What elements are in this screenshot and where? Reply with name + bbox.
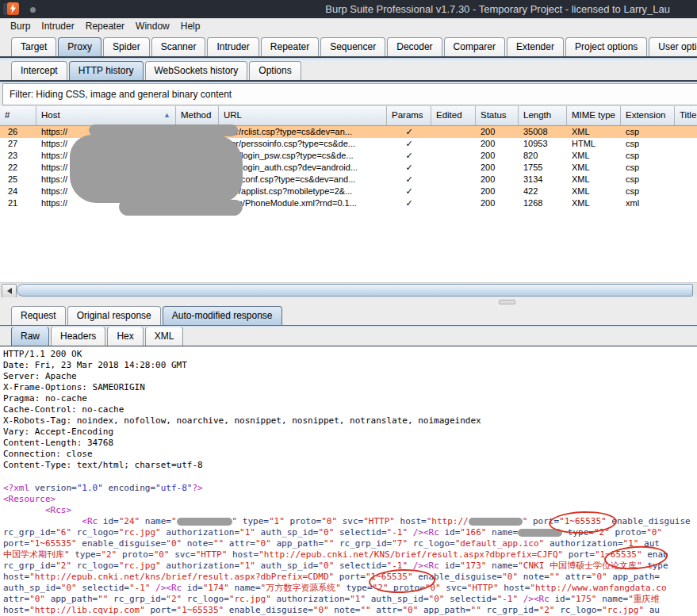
- column-header-host[interactable]: Host▲: [36, 106, 176, 125]
- column-header-[interactable]: #: [0, 106, 36, 125]
- response-xml-line: rc_grp_id="2" rc_logo="rc.jpg" authoriza…: [3, 561, 697, 572]
- cell-params: ✓: [387, 174, 431, 186]
- tab-sequencer[interactable]: Sequencer: [320, 37, 385, 56]
- fmttab-headers[interactable]: Headers: [51, 327, 105, 346]
- scrollbar-thumb[interactable]: [17, 284, 693, 297]
- fmttab-raw[interactable]: Raw: [11, 327, 49, 346]
- column-header-extension[interactable]: Extension: [621, 106, 675, 125]
- resptab-original-response[interactable]: Original response: [67, 306, 161, 325]
- titlebar: Burp Suite Professional v1.7.30 - Tempor…: [0, 0, 697, 18]
- cell-length: 1755: [519, 162, 567, 174]
- column-header-method[interactable]: Method: [176, 106, 219, 125]
- inline-redaction-blob: [177, 518, 232, 526]
- column-header-title[interactable]: Title: [675, 106, 697, 125]
- subtab-http-history[interactable]: HTTP history: [69, 61, 144, 80]
- filter-text: Filter: Hiding CSS, image and general bi…: [10, 89, 232, 100]
- cell-title: [675, 126, 697, 138]
- filter-bar[interactable]: Filter: Hiding CSS, image and general bi…: [2, 83, 697, 105]
- response-format-tab-bar: RawHeadersHexXML: [0, 327, 697, 346]
- pane-splitter[interactable]: [0, 297, 697, 305]
- cell-mime-type: XML: [567, 197, 621, 209]
- cell-: 21: [0, 197, 36, 209]
- cell-length: 820: [519, 150, 567, 162]
- column-header-edited[interactable]: Edited: [431, 106, 476, 125]
- cell-length: 10953: [519, 138, 567, 150]
- response-view-tab-bar: RequestOriginal responseAuto-modified re…: [0, 305, 697, 325]
- resptab-auto-modified-response[interactable]: Auto-modified response: [163, 306, 282, 325]
- main-tab-bar: TargetProxySpiderScannerIntruderRepeater…: [0, 36, 697, 56]
- tab-repeater[interactable]: Repeater: [261, 37, 319, 56]
- cell-title: [675, 162, 697, 174]
- menu-item-help[interactable]: Help: [175, 18, 206, 35]
- column-header-url[interactable]: URL: [219, 106, 387, 125]
- fmttab-xml[interactable]: XML: [145, 327, 184, 346]
- response-header-line: Vary: Accept-Encoding: [3, 427, 697, 438]
- resptab-request[interactable]: Request: [11, 306, 66, 325]
- window-title: Burp Suite Professional v1.7.30 - Tempor…: [325, 3, 697, 15]
- response-header-line: Pragma: no-cache: [3, 393, 697, 404]
- cell-status: 200: [476, 126, 519, 138]
- host-redaction-blob: [165, 200, 174, 207]
- burp-app-icon[interactable]: [7, 2, 19, 15]
- menu-item-intruder[interactable]: Intruder: [36, 18, 79, 35]
- cell-length: 1268: [519, 197, 567, 209]
- scroll-left-button[interactable]: [2, 284, 17, 298]
- cell-status: 200: [476, 197, 519, 209]
- tab-spider[interactable]: Spider: [103, 37, 150, 56]
- tab-intruder[interactable]: Intruder: [207, 37, 259, 56]
- tab-target[interactable]: Target: [11, 37, 56, 56]
- cell-extension: csp: [621, 126, 675, 138]
- cell-status: 200: [476, 138, 519, 150]
- tab-extender[interactable]: Extender: [507, 37, 564, 56]
- burp-suite-window: Burp Suite Professional v1.7.30 - Tempor…: [0, 0, 697, 616]
- table-horizontal-scrollbar[interactable]: [0, 282, 697, 298]
- cell-params: ✓: [387, 186, 431, 197]
- response-header-line: X-Frame-Options: SAMEORIGIN: [3, 382, 697, 393]
- tab-proxy[interactable]: Proxy: [58, 37, 101, 56]
- response-header-line: Cache-Control: no-cache: [3, 404, 697, 415]
- response-xml-line: host="http://epub.cnki.net/kns/brief/res…: [3, 572, 697, 583]
- tab-scanner[interactable]: Scanner: [151, 37, 206, 56]
- cell-length: 422: [519, 186, 567, 197]
- tab-decoder[interactable]: Decoder: [387, 37, 442, 56]
- response-xml-line: rc_grp_id="6" rc_logo="rc.jpg" authoriza…: [3, 527, 697, 538]
- cell-: 23: [0, 150, 36, 162]
- response-body[interactable]: HTTP/1.1 200 OKDate: Fri, 23 Mar 2018 14…: [0, 346, 697, 616]
- cell-extension: csp: [621, 174, 675, 186]
- column-header-status[interactable]: Status: [476, 106, 519, 125]
- menu-item-burp[interactable]: Burp: [5, 18, 36, 35]
- subtab-intercept[interactable]: Intercept: [11, 61, 67, 80]
- cell-title: [675, 186, 697, 197]
- menu-item-repeater[interactable]: Repeater: [80, 18, 130, 35]
- fmttab-hex[interactable]: Hex: [107, 327, 143, 346]
- table-header-row: #Host▲MethodURLParamsEditedStatusLengthM…: [0, 106, 697, 126]
- cell-length: 35008: [519, 126, 567, 138]
- cell-edited: [431, 174, 476, 186]
- cell-extension: csp: [621, 186, 675, 197]
- cell-url: /por/login_auth.csp?dev=android...: [219, 162, 387, 174]
- response-xml-line: port="1~65535" enable_disguise="0" note=…: [3, 538, 697, 549]
- menu-item-window[interactable]: Window: [130, 18, 175, 35]
- column-header-mime-type[interactable]: MIME type: [567, 106, 621, 125]
- response-xml-line: attr="0" app_path="" rc_grp_id="2" rc_lo…: [3, 594, 697, 605]
- response-header-line: Date: Fri, 23 Mar 2018 14:28:00 GMT: [3, 360, 697, 371]
- cell-: 25: [0, 174, 36, 186]
- tab-project-options[interactable]: Project options: [565, 37, 647, 56]
- column-header-params[interactable]: Params: [387, 106, 431, 125]
- tab-comparer[interactable]: Comparer: [444, 37, 505, 56]
- triangle-left-icon: [7, 288, 12, 294]
- cell-url: /por/perssoinfo.csp?type=cs&de...: [219, 138, 387, 150]
- tab-user-options[interactable]: User options: [649, 37, 697, 56]
- subtab-websockets-history[interactable]: WebSockets history: [145, 61, 248, 80]
- splitter-grip-icon[interactable]: [499, 300, 515, 304]
- cell-: 22: [0, 162, 36, 174]
- subtab-options[interactable]: Options: [249, 61, 301, 80]
- response-xml-line: auth_sp_id="0" selectid="-1" /><Rc id="1…: [3, 583, 697, 594]
- column-header-length[interactable]: Length: [519, 106, 567, 125]
- cell-status: 200: [476, 186, 519, 197]
- cell-mime-type: HTML: [567, 138, 621, 150]
- cell-url: /por/rclist.csp?type=cs&dev=an...: [219, 126, 387, 138]
- cell-edited: [431, 186, 476, 197]
- lightning-icon: [10, 4, 17, 13]
- sort-ascending-icon: ▲: [163, 106, 170, 124]
